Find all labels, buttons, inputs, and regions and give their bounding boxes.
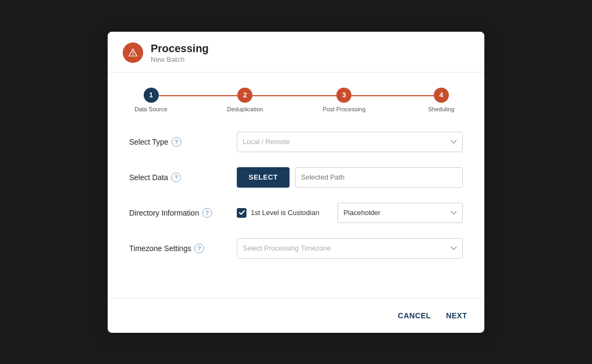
step-1-circle: 1	[144, 88, 159, 103]
step-4-label: Sheduling	[428, 106, 455, 112]
step-4-circle: 4	[434, 88, 449, 103]
step-2-circle: 2	[237, 88, 252, 103]
modal-header: Processing New Batch	[108, 32, 484, 73]
directory-info-control: 1st Level is Custodian Placeholder	[237, 203, 463, 223]
timezone-settings-control: Select Processing Timezone	[237, 238, 463, 259]
step-3-circle: 3	[336, 88, 351, 103]
step-3-label: Post Processing	[323, 106, 365, 112]
modal-title: Processing	[151, 42, 209, 55]
modal-footer: CANCEL NEXT	[108, 298, 484, 333]
select-data-button[interactable]: SELECT	[237, 167, 290, 188]
directory-info-dropdown[interactable]: Placeholder	[337, 203, 463, 223]
select-data-row: Select Data ? SELECT	[129, 167, 463, 188]
step-1-label: Data Source	[135, 106, 167, 112]
header-text: Processing New Batch	[151, 42, 209, 63]
select-data-control: SELECT	[237, 167, 463, 188]
custodian-checkbox-area: 1st Level is Custodian	[237, 208, 326, 218]
custodian-checkbox[interactable]	[237, 208, 246, 218]
custodian-checkbox-label: 1st Level is Custodian	[251, 209, 319, 217]
processing-icon	[123, 42, 143, 63]
timezone-dropdown[interactable]: Select Processing Timezone	[237, 238, 463, 259]
select-data-help-icon[interactable]: ?	[171, 173, 181, 182]
next-button[interactable]: NEXT	[444, 307, 469, 324]
step-2-label: Deduplication	[227, 106, 263, 112]
directory-info-row: Directory Information ? 1st Level is Cus…	[129, 203, 463, 223]
selected-path-input[interactable]	[295, 167, 463, 188]
step-3: 3 Post Processing	[323, 88, 365, 112]
modal-container: Processing New Batch 1 Data Source 2 Ded…	[108, 32, 484, 333]
select-type-help-icon[interactable]: ?	[172, 137, 181, 147]
timezone-settings-label: Timezone Settings ?	[129, 244, 237, 253]
modal-body: 1 Data Source 2 Deduplication 3 Post Pro…	[108, 73, 484, 298]
stepper-line	[145, 95, 447, 96]
directory-info-label: Directory Information ?	[129, 208, 237, 218]
timezone-settings-row: Timezone Settings ? Select Processing Ti…	[129, 238, 463, 259]
select-type-control: Local / Remote	[237, 132, 463, 152]
stepper: 1 Data Source 2 Deduplication 3 Post Pro…	[129, 88, 463, 112]
select-type-row: Select Type ? Local / Remote	[129, 132, 463, 152]
select-type-label: Select Type ?	[129, 137, 237, 147]
step-1: 1 Data Source	[135, 88, 167, 112]
step-2: 2 Deduplication	[227, 88, 263, 112]
step-4: 4 Sheduling	[425, 88, 457, 112]
modal-subtitle: New Batch	[151, 55, 209, 63]
select-data-label: Select Data ?	[129, 173, 237, 182]
cancel-button[interactable]: CANCEL	[396, 307, 433, 324]
timezone-settings-help-icon[interactable]: ?	[194, 244, 204, 253]
directory-info-help-icon[interactable]: ?	[202, 208, 212, 218]
select-type-dropdown[interactable]: Local / Remote	[237, 132, 463, 152]
